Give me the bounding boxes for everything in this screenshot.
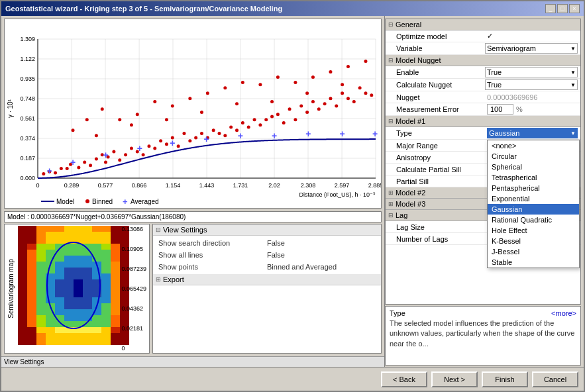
general-title: General	[396, 21, 421, 28]
type-label: Type	[396, 129, 487, 137]
cancel-button[interactable]: Cancel	[532, 371, 578, 387]
dropdown-item-rational-quadratic[interactable]: Rational Quadratic	[488, 215, 579, 225]
dropdown-item-hole-effect[interactable]: Hole Effect	[488, 225, 579, 236]
main-window: Geostatistical wizard - Kriging step 3 o…	[0, 0, 585, 392]
scale-value-6: 0.02181	[121, 325, 146, 332]
major-range-label: Major Range	[396, 142, 487, 150]
measurement-error-value[interactable]: 100	[487, 104, 513, 115]
model-nugget-title: Model Nugget	[396, 56, 441, 64]
footer: < Back Next > Finish Cancel	[1, 367, 584, 391]
scale-value-5: 0.04362	[121, 305, 146, 312]
dropdown-item-k-bessel[interactable]: K-Bessel	[488, 236, 579, 246]
show-search-direction-row: Show search direction False	[153, 237, 381, 249]
type-info-description: The selected model influences the predic…	[390, 318, 576, 349]
dropdown-item-exponential[interactable]: Exponential	[488, 193, 579, 204]
enable-label: Enable	[396, 68, 485, 76]
export-header[interactable]: ⊞ Export	[153, 274, 381, 285]
scale-value-3: 0.087239	[121, 266, 146, 272]
maximize-button[interactable]: □	[557, 4, 568, 13]
show-points-label: Show points	[158, 263, 267, 271]
close-button[interactable]: ×	[569, 4, 580, 13]
optimize-model-label: Optimize model	[396, 32, 487, 40]
content-area: Semivariogram Model : 0.0000366697*Nugge…	[1, 16, 584, 367]
type-arrow-icon: ▼	[570, 130, 576, 136]
type-info-title-row: Type <more>	[390, 309, 576, 317]
measurement-error-container: 100 %	[487, 104, 578, 115]
scale-value-2: 0.10905	[121, 246, 146, 252]
window-title: Geostatistical wizard - Kriging step 3 o…	[5, 5, 282, 13]
optimize-model-value: ✓	[487, 32, 578, 40]
nugget-row: Nugget 0.00003669696	[386, 91, 580, 103]
nugget-label: Nugget	[396, 93, 487, 101]
next-button[interactable]: Next >	[431, 371, 478, 387]
type-dropdown-list: <none> Circular Spherical Tetraspherical…	[487, 140, 580, 268]
semivariogram-map: 0.13086 0.10905 0.087239 0.065429 0.0436…	[4, 224, 150, 354]
map-scale: 0.13086 0.10905 0.087239 0.065429 0.0436…	[121, 224, 146, 353]
model1-section-header[interactable]: ⊟ Model #1	[386, 116, 580, 127]
variable-value: Semivariogram	[487, 44, 570, 52]
show-all-lines-value: False	[267, 251, 376, 259]
show-all-lines-label: Show all lines	[158, 251, 267, 259]
variable-dropdown[interactable]: Semivariogram ▼	[485, 43, 578, 54]
window-controls: _ □ ×	[545, 4, 580, 13]
show-search-direction-label: Show search direction	[158, 239, 267, 247]
dropdown-item-circular[interactable]: Circular	[488, 151, 579, 162]
enable-dropdown[interactable]: True ▼	[485, 67, 578, 77]
measurement-error-row: Measurement Error 100 %	[386, 103, 580, 116]
bottom-view-settings-label: View Settings	[1, 356, 384, 367]
lag-expand-icon: ⊟	[388, 212, 394, 219]
lag-title: Lag	[396, 211, 407, 219]
dropdown-item-tetraspherical[interactable]: Tetraspherical	[488, 172, 579, 183]
dropdown-item-gaussian[interactable]: Gaussian	[488, 204, 579, 215]
model2-title: Model #2	[396, 189, 425, 197]
calculate-nugget-label: Calculate Nugget	[396, 81, 485, 89]
finish-button[interactable]: Finish	[482, 371, 528, 387]
model2-expand-icon: ⊞	[388, 189, 394, 196]
calculate-nugget-dropdown[interactable]: True ▼	[485, 79, 578, 90]
model-equation-label: Model : 0.0000366697*Nugget+0.036697*Gau…	[4, 211, 382, 222]
properties-panel: ⊟ General Optimize model ✓ Variable Semi…	[385, 19, 581, 305]
partial-sill-label: Partial Sill	[396, 177, 487, 185]
type-row: Type Gaussian ▼ <none> Circular Spherica…	[386, 127, 580, 140]
type-dropdown[interactable]: Gaussian ▼	[487, 128, 578, 138]
show-all-lines-row: Show all lines False	[153, 249, 381, 261]
minimize-button[interactable]: _	[545, 4, 556, 13]
dropdown-item-pentaspherical[interactable]: Pentaspherical	[488, 183, 579, 193]
calculate-nugget-arrow-icon: ▼	[570, 82, 576, 88]
enable-value: True	[487, 68, 570, 76]
type-value: Gaussian	[489, 129, 570, 137]
dropdown-item-spherical[interactable]: Spherical	[488, 162, 579, 172]
export-title: Export	[163, 275, 184, 283]
type-dropdown-container: Gaussian ▼ <none> Circular Spherical Tet…	[487, 128, 578, 138]
calculate-nugget-value: True	[487, 81, 570, 89]
view-settings-header[interactable]: ⊟ View Settings	[153, 224, 381, 236]
anisotropy-label: Anisotropy	[396, 154, 487, 162]
dropdown-item-stable[interactable]: Stable	[488, 257, 579, 268]
calculate-partial-sill-label: Calculate Partial Sill	[396, 166, 487, 173]
dropdown-item-j-bessel[interactable]: J-Bessel	[488, 246, 579, 257]
general-expand-icon: ⊟	[388, 21, 394, 28]
model1-expand-icon: ⊟	[388, 118, 394, 124]
view-settings-title: View Settings	[163, 226, 207, 234]
export-expand-icon: ⊞	[156, 276, 161, 283]
semivariogram-chart: Semivariogram	[4, 19, 382, 209]
back-button[interactable]: < Back	[381, 371, 427, 387]
calculate-nugget-row: Calculate Nugget True ▼	[386, 79, 580, 91]
dropdown-item-none[interactable]: <none>	[488, 140, 579, 151]
view-settings-panel: ⊟ View Settings Show search direction Fa…	[152, 224, 382, 354]
optimize-model-row: Optimize model ✓	[386, 30, 580, 42]
more-link[interactable]: <more>	[551, 309, 576, 317]
type-info-panel: Type <more> The selected model influence…	[385, 306, 581, 366]
show-points-value: Binned and Averaged	[267, 263, 376, 271]
expand-icon: ⊟	[156, 226, 161, 233]
variable-arrow-icon: ▼	[570, 46, 576, 52]
scale-value-4: 0.065429	[121, 285, 146, 292]
show-points-row: Show points Binned and Averaged	[153, 261, 381, 273]
scale-value-1: 0.13086	[121, 226, 146, 232]
bottom-row: 0.13086 0.10905 0.087239 0.065429 0.0436…	[1, 224, 384, 356]
general-section-header[interactable]: ⊟ General	[386, 19, 580, 30]
scale-value-7: 0	[121, 345, 146, 352]
model1-title: Model #1	[396, 117, 425, 125]
nugget-expand-icon: ⊟	[388, 57, 394, 64]
model-nugget-section-header[interactable]: ⊟ Model Nugget	[386, 55, 580, 66]
